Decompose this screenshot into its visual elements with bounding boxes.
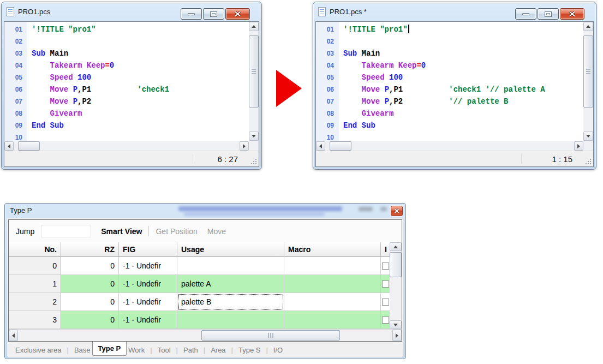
code-token: P (73, 97, 77, 106)
column-header-rz[interactable]: RZ (61, 242, 119, 257)
cell-rz[interactable]: 0 (61, 293, 119, 311)
code-line (343, 132, 583, 141)
cell-rz[interactable]: 0 (61, 275, 119, 293)
category-tab-bar: Exclusive area|BaseType PWork|Tool|Path|… (8, 343, 402, 357)
cell-rz[interactable]: 0 (61, 311, 119, 329)
tab-type-p[interactable]: Type P (92, 342, 127, 356)
cell-fig[interactable]: -1 - Undefir (119, 275, 177, 293)
scrollbar-track[interactable] (249, 31, 259, 132)
vertical-scrollbar[interactable] (583, 22, 593, 141)
scrollbar-thumb[interactable] (583, 35, 593, 108)
tab-i-o[interactable]: I/O (272, 346, 284, 354)
row-checkbox[interactable] (382, 281, 389, 288)
vertical-scrollbar[interactable] (249, 22, 259, 141)
tab-path[interactable]: Path (182, 346, 200, 354)
scroll-up-button[interactable] (249, 22, 259, 31)
tab-type-s[interactable]: Type S (237, 346, 262, 354)
code-token (343, 97, 362, 106)
close-button[interactable] (560, 8, 584, 20)
table-row: 30-1 - Undefir (9, 311, 402, 329)
cell-macro[interactable] (284, 311, 381, 329)
cell-fig[interactable]: -1 - Undefir (119, 257, 177, 275)
window-title: PRO1.pcs (18, 8, 50, 16)
scrollbar-track[interactable] (390, 251, 402, 320)
column-header-no[interactable]: No. (9, 242, 61, 257)
scroll-up-button[interactable] (390, 242, 402, 251)
cell-macro[interactable] (284, 257, 381, 275)
cell-no[interactable]: 0 (9, 257, 61, 275)
scroll-down-button[interactable] (249, 132, 259, 141)
smart-view-button[interactable]: Smart View (101, 227, 142, 236)
horizontal-scrollbar[interactable] (316, 141, 583, 151)
grid-vertical-scrollbar[interactable] (390, 242, 402, 329)
scroll-left-button[interactable] (9, 330, 18, 341)
panel-titlebar[interactable]: Type P (5, 204, 405, 218)
cell-no[interactable]: 3 (9, 311, 61, 329)
scrollbar-thumb[interactable] (330, 141, 351, 151)
resize-grip[interactable] (250, 158, 256, 164)
maximize-button[interactable] (203, 8, 224, 20)
minimize-button[interactable] (181, 8, 202, 20)
code-token: P (73, 85, 77, 94)
line-number: 04 (316, 59, 339, 71)
cell-rz[interactable]: 0 (61, 257, 119, 275)
code-token (343, 73, 362, 82)
cell-fig[interactable]: -1 - Undefir (119, 293, 177, 311)
close-icon (394, 208, 399, 213)
code-area[interactable]: '!TITLE "pro1"Sub Main Takearm Keep=0 Sp… (27, 22, 249, 141)
row-checkbox[interactable] (382, 317, 389, 324)
column-header-macro[interactable]: Macro (284, 242, 381, 257)
grid-horizontal-scrollbar[interactable] (9, 329, 402, 341)
checkbox-cell (381, 257, 390, 275)
cell-usage[interactable]: palette A (177, 275, 284, 293)
close-button[interactable] (225, 8, 250, 20)
scroll-left-button[interactable] (4, 141, 14, 151)
code-area[interactable]: '!TITLE "pro1"Sub Main Takearm Keep=0 Sp… (339, 22, 583, 141)
window-titlebar[interactable]: PRO1.pcs * (313, 2, 596, 21)
scroll-up-button[interactable] (583, 22, 593, 31)
horizontal-scrollbar[interactable] (4, 141, 249, 151)
scrollbar-thumb[interactable] (201, 330, 340, 341)
scrollbar-track[interactable] (18, 330, 392, 341)
column-header-fig[interactable]: FIG (119, 242, 177, 257)
arrow-down-icon (252, 135, 256, 138)
tab-exclusive-area[interactable]: Exclusive area (14, 346, 63, 354)
tab-base[interactable]: Base (73, 346, 92, 354)
column-header-i[interactable]: I (381, 242, 390, 257)
cell-macro[interactable] (284, 293, 381, 311)
column-header-usage[interactable]: Usage (177, 242, 284, 257)
window-titlebar[interactable]: PRO1.pcs (2, 2, 261, 21)
code-line: Move P,P1 'check1 (32, 83, 249, 96)
cell-no[interactable]: 2 (9, 293, 61, 311)
scroll-left-button[interactable] (316, 141, 325, 151)
scroll-right-button[interactable] (240, 141, 249, 151)
scrollbar-track[interactable] (14, 141, 240, 151)
row-checkbox[interactable] (382, 262, 389, 270)
scrollbar-track[interactable] (583, 31, 593, 132)
scrollbar-thumb[interactable] (390, 252, 402, 277)
maximize-button[interactable] (538, 8, 559, 20)
tab-tool[interactable]: Tool (156, 346, 172, 354)
cell-usage[interactable] (177, 257, 284, 275)
cell-fig[interactable]: -1 - Undefir (119, 311, 177, 329)
resize-grip[interactable] (584, 158, 591, 164)
scroll-right-button[interactable] (574, 141, 583, 151)
cell-macro[interactable] (284, 275, 381, 293)
scroll-right-button[interactable] (392, 330, 402, 341)
tab-area[interactable]: Area (209, 346, 227, 354)
scroll-down-button[interactable] (583, 132, 593, 141)
jump-input[interactable] (41, 225, 91, 237)
tab-work[interactable]: Work (127, 346, 146, 354)
scrollbar-thumb[interactable] (249, 35, 259, 108)
tab-separator: | (67, 346, 69, 354)
code-token: Speed (362, 73, 385, 82)
close-button[interactable] (391, 206, 403, 216)
row-checkbox[interactable] (382, 299, 389, 306)
scroll-down-button[interactable] (390, 320, 402, 329)
cell-no[interactable]: 1 (9, 275, 61, 293)
scrollbar-track[interactable] (325, 141, 574, 151)
cell-usage[interactable]: palette B (177, 293, 284, 311)
cell-usage[interactable] (177, 311, 284, 329)
scrollbar-thumb[interactable] (18, 141, 40, 151)
minimize-button[interactable] (515, 8, 536, 20)
